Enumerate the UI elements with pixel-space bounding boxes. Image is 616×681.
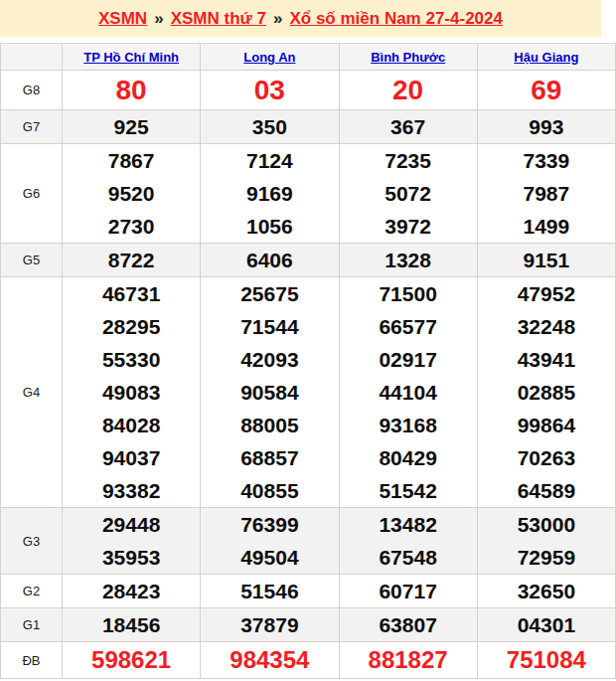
prize-number: 63807 xyxy=(340,608,477,641)
prize-row-g8: G880032069 xyxy=(1,71,616,110)
prize-cell-g4-3: 47952322484394102885998647026364589 xyxy=(477,277,615,508)
prize-number: 70263 xyxy=(478,441,615,474)
prize-number: 9169 xyxy=(201,177,338,210)
prize-cell-g5-2: 1328 xyxy=(339,244,477,277)
prize-number: 47952 xyxy=(478,277,615,310)
prize-number: 49504 xyxy=(201,541,338,574)
prize-number: 66577 xyxy=(340,310,477,343)
prize-cell-g6-0: 786795202730 xyxy=(63,144,201,244)
prize-number: 51542 xyxy=(340,474,477,507)
prize-row-g2: G228423515466071732650 xyxy=(1,575,616,608)
prize-number: 3972 xyxy=(340,210,477,243)
prize-row-g7: G7925350367993 xyxy=(1,110,616,144)
prize-cell-g2-1: 51546 xyxy=(201,575,339,608)
prize-cell-g5-3: 9151 xyxy=(477,244,615,277)
province-header: Hậu Giang xyxy=(477,44,615,71)
province-header-link-3[interactable]: Hậu Giang xyxy=(514,50,578,65)
prize-row-g6: G678679520273071249169105672355072397273… xyxy=(1,144,616,244)
prize-number: 02885 xyxy=(478,376,615,409)
prize-label-g6: G6 xyxy=(1,144,63,244)
prize-number: 40855 xyxy=(201,474,338,507)
results-table: TP Hồ Chí MinhLong AnBình PhướcHậu Giang… xyxy=(0,43,616,679)
prize-number: 93382 xyxy=(63,474,200,507)
prize-label-g5: G5 xyxy=(1,244,63,277)
prize-number: 7235 xyxy=(340,144,477,177)
prize-label-g7: G7 xyxy=(1,110,63,144)
prize-number: 9520 xyxy=(63,177,200,210)
breadcrumb-banner: XSMN»XSMN thứ 7»Xổ số miền Nam 27-4-2024 xyxy=(0,0,601,37)
prize-number: 84028 xyxy=(63,409,200,441)
prize-cell-db-3: 751084 xyxy=(477,642,615,679)
breadcrumb-link-2[interactable]: Xổ số miền Nam 27-4-2024 xyxy=(289,9,502,28)
prize-number: 71500 xyxy=(340,277,477,310)
breadcrumb: XSMN»XSMN thứ 7»Xổ số miền Nam 27-4-2024 xyxy=(96,9,505,29)
province-header-link-2[interactable]: Bình Phước xyxy=(371,50,445,65)
prize-cell-db-0: 598621 xyxy=(63,642,201,679)
prize-label-g8: G8 xyxy=(1,71,63,110)
prize-number: 42093 xyxy=(201,343,338,376)
prize-cell-g5-0: 8722 xyxy=(63,244,201,277)
prize-number: 9151 xyxy=(478,244,615,276)
prize-number: 7987 xyxy=(478,177,615,210)
prize-label-g3: G3 xyxy=(1,508,63,575)
province-header-link-1[interactable]: Long An xyxy=(243,50,295,65)
prize-cell-g6-2: 723550723972 xyxy=(339,144,477,244)
prize-number: 18456 xyxy=(63,608,200,641)
breadcrumb-link-0[interactable]: XSMN xyxy=(98,9,147,28)
prize-cell-g7-3: 993 xyxy=(477,110,615,144)
prize-number: 80 xyxy=(63,71,200,109)
breadcrumb-separator: » xyxy=(154,9,163,28)
prize-number: 13482 xyxy=(340,508,477,541)
prize-label-g4: G4 xyxy=(1,277,63,508)
prize-number: 03 xyxy=(201,71,338,109)
prize-number: 35953 xyxy=(63,541,200,574)
corner-cell xyxy=(1,44,63,71)
prize-row-g1: G118456378796380704301 xyxy=(1,608,616,642)
prize-number: 6406 xyxy=(201,244,338,276)
prize-row-g4: G446731282955533049083840289403793382256… xyxy=(1,277,616,508)
breadcrumb-link-1[interactable]: XSMN thứ 7 xyxy=(171,9,266,28)
prize-cell-g4-2: 71500665770291744104931688042951542 xyxy=(339,277,477,508)
prize-number: 7124 xyxy=(201,144,338,177)
prize-number: 751084 xyxy=(478,642,615,678)
prize-number: 881827 xyxy=(340,642,477,678)
prize-number: 367 xyxy=(340,110,477,143)
prize-number: 598621 xyxy=(63,642,200,678)
prize-number: 20 xyxy=(340,71,477,109)
prize-number: 28423 xyxy=(63,575,200,607)
prize-label-db: ĐB xyxy=(1,642,63,679)
prize-row-g3: G329448359537639949504134826754853000729… xyxy=(1,508,616,575)
prize-cell-g1-3: 04301 xyxy=(477,608,615,642)
prize-number: 32650 xyxy=(478,575,615,607)
prize-number: 68857 xyxy=(201,441,338,474)
prize-cell-g1-1: 37879 xyxy=(201,608,339,642)
prize-number: 71544 xyxy=(201,310,338,343)
prize-number: 993 xyxy=(478,110,615,143)
prize-number: 29448 xyxy=(63,508,200,541)
prize-number: 7339 xyxy=(478,144,615,177)
prize-cell-g8-0: 80 xyxy=(63,71,201,110)
prize-row-db: ĐB598621984354881827751084 xyxy=(1,642,616,679)
province-header: Bình Phước xyxy=(339,44,477,71)
prize-cell-g3-2: 1348267548 xyxy=(339,508,477,575)
prize-cell-g8-2: 20 xyxy=(339,71,477,110)
prize-number: 8722 xyxy=(63,244,200,276)
prize-cell-g6-3: 733979871499 xyxy=(477,144,615,244)
prize-cell-g4-1: 25675715444209390584880056885740855 xyxy=(201,277,339,508)
prize-cell-g7-2: 367 xyxy=(339,110,477,144)
prize-number: 28295 xyxy=(63,310,200,343)
prize-number: 43941 xyxy=(478,343,615,376)
prize-number: 80429 xyxy=(340,441,477,474)
prize-number: 60717 xyxy=(340,575,477,607)
province-header-link-0[interactable]: TP Hồ Chí Minh xyxy=(83,50,179,65)
prize-number: 25675 xyxy=(201,277,338,310)
prize-cell-g7-1: 350 xyxy=(201,110,339,144)
prize-cell-g1-2: 63807 xyxy=(339,608,477,642)
prize-number: 72959 xyxy=(478,541,615,574)
prize-number: 99864 xyxy=(478,409,615,441)
prize-cell-g8-1: 03 xyxy=(201,71,339,110)
results-table-wrap: TP Hồ Chí MinhLong AnBình PhướcHậu Giang… xyxy=(0,43,616,679)
prize-number: 32248 xyxy=(478,310,615,343)
prize-cell-g4-0: 46731282955533049083840289403793382 xyxy=(63,277,201,508)
prize-cell-g5-1: 6406 xyxy=(201,244,339,277)
